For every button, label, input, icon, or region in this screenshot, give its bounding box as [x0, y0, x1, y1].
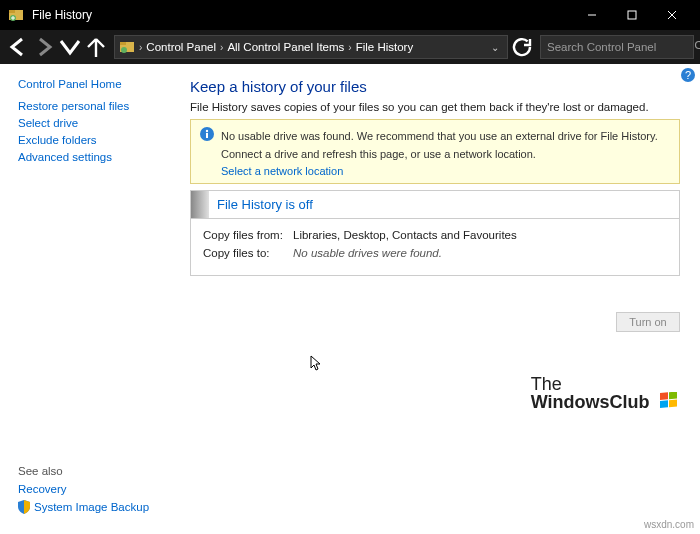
- svg-rect-17: [660, 392, 668, 400]
- maximize-button[interactable]: [612, 0, 652, 30]
- mouse-cursor-icon: [310, 355, 324, 377]
- sidebar-link-system-image-backup[interactable]: System Image Backup: [18, 500, 149, 514]
- svg-point-15: [206, 130, 208, 132]
- watermark: The WindowsClub: [531, 376, 678, 414]
- search-icon[interactable]: [694, 38, 700, 56]
- copy-to-label: Copy files to:: [203, 247, 293, 259]
- refresh-button[interactable]: [510, 35, 534, 59]
- sib-label: System Image Backup: [34, 501, 149, 513]
- svg-rect-8: [120, 42, 126, 45]
- see-also-section: See also Recovery System Image Backup: [18, 465, 149, 514]
- copy-from-value: Libraries, Desktop, Contacts and Favouri…: [293, 229, 517, 241]
- crumb-2[interactable]: File History: [356, 41, 414, 53]
- status-header: File History is off: [191, 191, 679, 219]
- turn-on-button[interactable]: Turn on: [616, 312, 680, 332]
- svg-rect-16: [206, 133, 208, 138]
- copy-to-value: No usable drives were found.: [293, 247, 442, 259]
- page-description: File History saves copies of your files …: [190, 101, 680, 113]
- minimize-button[interactable]: [572, 0, 612, 30]
- copy-from-label: Copy files from:: [203, 229, 293, 241]
- chevron-right-icon: ›: [139, 42, 142, 53]
- svg-point-10: [696, 42, 701, 49]
- svg-rect-4: [628, 11, 636, 19]
- sidebar-link-select-drive[interactable]: Select drive: [18, 117, 170, 129]
- sidebar-heading[interactable]: Control Panel Home: [18, 78, 170, 90]
- svg-rect-18: [669, 392, 677, 399]
- back-button[interactable]: [6, 35, 30, 59]
- main-panel: Keep a history of your files File Histor…: [170, 64, 700, 534]
- source-ref: wsxdn.com: [644, 519, 694, 530]
- select-network-link[interactable]: Select a network location: [221, 165, 671, 177]
- warning-banner: No usable drive was found. We recommend …: [190, 119, 680, 184]
- sidebar-link-advanced[interactable]: Advanced settings: [18, 151, 170, 163]
- folder-icon: [119, 39, 135, 55]
- sidebar: Control Panel Home Restore personal file…: [0, 64, 170, 534]
- see-also-label: See also: [18, 465, 149, 477]
- close-button[interactable]: [652, 0, 692, 30]
- up-button[interactable]: [84, 35, 108, 59]
- info-icon: [199, 126, 215, 177]
- turn-on-label: Turn on: [629, 316, 667, 328]
- status-title: File History is off: [217, 197, 313, 212]
- chevron-down-icon[interactable]: ⌄: [491, 42, 499, 53]
- windows-logo-icon: [660, 392, 678, 414]
- window-titlebar: File History: [0, 0, 700, 30]
- copy-from-row: Copy files from: Libraries, Desktop, Con…: [203, 229, 667, 241]
- search-box[interactable]: [540, 35, 694, 59]
- app-icon: [8, 7, 24, 23]
- page-title: Keep a history of your files: [190, 78, 680, 95]
- sidebar-link-restore[interactable]: Restore personal files: [18, 100, 170, 112]
- watermark-line1: The: [531, 376, 678, 392]
- forward-button[interactable]: [32, 35, 56, 59]
- status-indicator: [191, 191, 209, 218]
- search-input[interactable]: [547, 41, 694, 53]
- crumb-0[interactable]: Control Panel: [146, 41, 216, 53]
- nav-bar: › Control Panel › All Control Panel Item…: [0, 30, 700, 64]
- content-area: Control Panel Home Restore personal file…: [0, 64, 700, 534]
- sidebar-link-recovery[interactable]: Recovery: [18, 483, 149, 495]
- warning-text: No usable drive was found. We recommend …: [221, 130, 658, 160]
- breadcrumb[interactable]: › Control Panel › All Control Panel Item…: [114, 35, 508, 59]
- svg-rect-20: [669, 400, 677, 408]
- svg-rect-19: [660, 400, 668, 408]
- chevron-right-icon: ›: [220, 42, 223, 53]
- svg-rect-1: [9, 10, 15, 13]
- recent-dropdown[interactable]: [58, 35, 82, 59]
- svg-point-9: [121, 47, 127, 53]
- sidebar-link-exclude[interactable]: Exclude folders: [18, 134, 170, 146]
- status-box: File History is off Copy files from: Lib…: [190, 190, 680, 276]
- crumb-1[interactable]: All Control Panel Items: [227, 41, 344, 53]
- copy-to-row: Copy files to: No usable drives were fou…: [203, 247, 667, 259]
- watermark-line2: WindowsClub: [531, 392, 650, 412]
- chevron-right-icon: ›: [348, 42, 351, 53]
- window-title: File History: [32, 8, 572, 22]
